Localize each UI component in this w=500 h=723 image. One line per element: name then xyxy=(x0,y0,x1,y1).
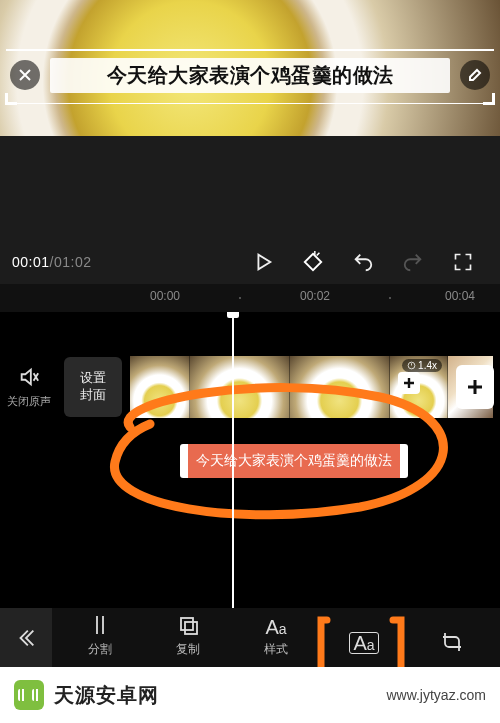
toolbar-crop[interactable] xyxy=(417,630,487,658)
time-ruler[interactable]: 00:00 00:02 00:04 xyxy=(0,284,500,312)
style-icon: Aa xyxy=(265,617,286,637)
speed-badge: 1.4x xyxy=(402,359,442,372)
set-cover-button[interactable]: 设置 封面 xyxy=(64,357,122,417)
video-preview[interactable]: 今天给大家表演个鸡蛋羹的做法 xyxy=(0,0,500,136)
keyframe-button[interactable] xyxy=(294,243,332,281)
svg-rect-2 xyxy=(185,622,197,634)
preview-letterbox xyxy=(0,136,500,240)
add-clip-button[interactable] xyxy=(456,365,494,409)
close-button[interactable] xyxy=(10,60,40,90)
ruler-mark: 00:00 xyxy=(150,289,180,303)
bottom-toolbar: 分割 复制 Aa 样式 Aa xyxy=(0,608,500,667)
clip-thumb[interactable] xyxy=(130,356,190,418)
mute-label: 关闭原声 xyxy=(0,394,58,409)
undo-button[interactable] xyxy=(344,243,382,281)
watermark-logo-icon xyxy=(14,680,44,710)
timecode: 00:01/01:02 xyxy=(12,254,91,270)
ruler-dot xyxy=(389,297,391,299)
watermark-site-name: 天源安卓网 xyxy=(54,682,159,709)
clip-thumb[interactable] xyxy=(190,356,290,418)
total-duration: 01:02 xyxy=(54,254,92,270)
toolbar-back-button[interactable] xyxy=(0,608,52,667)
play-button[interactable] xyxy=(244,243,282,281)
toolbar-style[interactable]: Aa 样式 xyxy=(241,617,311,658)
font-icon: Aa xyxy=(349,632,378,654)
svg-rect-1 xyxy=(181,618,193,630)
clip-thumb[interactable] xyxy=(290,356,390,418)
ruler-dot xyxy=(239,297,241,299)
video-track[interactable]: 1.4x xyxy=(130,356,493,418)
caption-clip-text: 今天给大家表演个鸡蛋羹的做法 xyxy=(196,452,392,470)
toolbar-copy[interactable]: 复制 xyxy=(153,613,223,658)
redo-button[interactable] xyxy=(394,243,432,281)
caption-clip[interactable]: 今天给大家表演个鸡蛋羹的做法 xyxy=(180,444,408,478)
transition-add-button[interactable] xyxy=(398,372,420,394)
timeline[interactable]: 关闭原声 设置 封面 1.4x 今天给大家表演个鸡蛋羹的做法 xyxy=(0,312,500,608)
crop-icon xyxy=(440,630,464,654)
watermark-site-url: www.jytyaz.com xyxy=(386,687,486,703)
toolbar-split[interactable]: 分割 xyxy=(65,613,135,658)
split-icon xyxy=(88,613,112,637)
toolbar-font[interactable]: Aa xyxy=(329,632,399,658)
playhead[interactable] xyxy=(232,312,234,608)
watermark-bar: 天源安卓网 www.jytyaz.com xyxy=(0,667,500,723)
ruler-mark: 00:04 xyxy=(445,289,475,303)
current-time: 00:01 xyxy=(12,254,50,270)
preview-caption[interactable]: 今天给大家表演个鸡蛋羹的做法 xyxy=(50,58,450,93)
copy-icon xyxy=(176,613,200,637)
playback-controls: 00:01/01:02 xyxy=(0,240,500,284)
edit-button[interactable] xyxy=(460,60,490,90)
ruler-mark: 00:02 xyxy=(300,289,330,303)
mute-original-audio[interactable]: 关闭原声 xyxy=(0,366,58,409)
fullscreen-button[interactable] xyxy=(444,243,482,281)
